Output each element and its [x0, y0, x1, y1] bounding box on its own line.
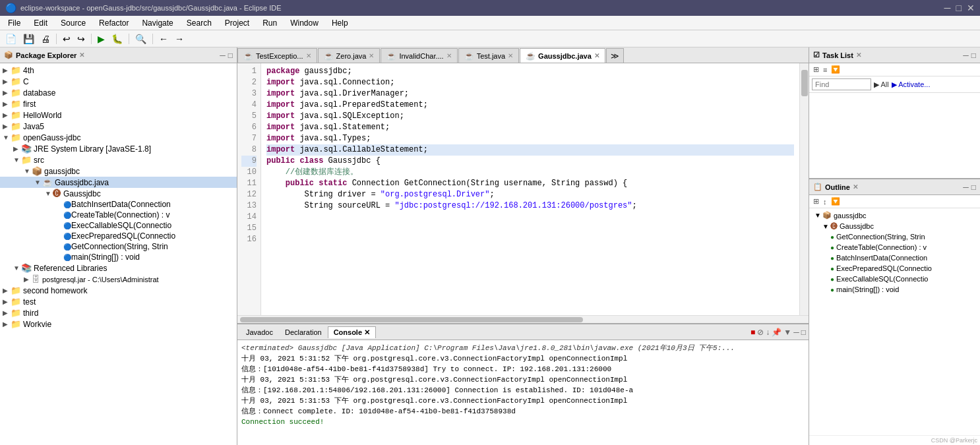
arrow-helloworld[interactable]: ▶: [3, 111, 11, 119]
tree-item-test[interactable]: ▶ 📁 test: [0, 296, 237, 307]
outline-maximize-btn[interactable]: □: [971, 183, 976, 192]
task-find-bar[interactable]: ▶ All ▶ Activate...: [809, 76, 980, 93]
tab-testexceptio[interactable]: ☕ TestExceptio... ✕: [237, 48, 317, 63]
console-stop-btn[interactable]: ■: [750, 328, 755, 337]
arrow-database[interactable]: ▶: [3, 89, 11, 96]
minimize-button[interactable]: ─: [944, 3, 951, 13]
tab-close-zerojava[interactable]: ✕: [369, 52, 374, 59]
tree-item-gaussjdbc-pkg[interactable]: ▼ 📦 gaussjdbc: [0, 165, 237, 177]
menu-project[interactable]: Project: [222, 18, 252, 28]
editor-area[interactable]: 1 2 3 4 5 6 7 8 9 10 11 12 13 14 15 16: [237, 63, 809, 315]
tree-item-src[interactable]: ▼ 📁 src: [0, 154, 237, 165]
tl-filter-btn[interactable]: 🔽: [830, 65, 842, 74]
package-explorer-tree[interactable]: ▶ 📁 4th ▶ 📁 C ▶ 📁 database ▶ 📁 first: [0, 63, 237, 445]
pe-maximize-btn[interactable]: □: [228, 51, 233, 60]
tree-item-c[interactable]: ▶ 📁 C: [0, 76, 237, 87]
tl-minimize-btn[interactable]: ─: [963, 51, 969, 60]
tb-new-btn[interactable]: 📄: [3, 32, 19, 45]
tree-item-postgresql[interactable]: ▶ 🗄 postgresql.jar - C:\Users\Administra…: [0, 274, 237, 285]
tree-item-method-execcallable[interactable]: 🔵 ExecCallableSQL(Connectio: [0, 220, 237, 231]
arrow-test[interactable]: ▶: [3, 298, 11, 305]
tb-run-btn[interactable]: ▶: [95, 32, 107, 45]
close-button[interactable]: ✕: [967, 3, 975, 13]
arrow-opengauss[interactable]: ▼: [3, 134, 11, 141]
tab-gaussjdbc[interactable]: ☕ Gaussjdbc.java ✕: [520, 48, 605, 63]
outline-expand-gaussjdbc[interactable]: ▼: [814, 212, 822, 219]
tab-zerojava[interactable]: ☕ Zero.java ✕: [318, 48, 381, 63]
tb-search-btn[interactable]: 🔍: [133, 32, 149, 45]
tl-collapse-btn[interactable]: ⊞: [812, 65, 820, 74]
tb-undo-btn[interactable]: ↩: [60, 32, 73, 45]
tl-maximize-btn[interactable]: □: [971, 51, 976, 60]
arrow-4th[interactable]: ▶: [3, 67, 11, 74]
outline-sort-btn[interactable]: ↕: [822, 197, 828, 206]
arrow-c[interactable]: ▶: [3, 78, 11, 85]
console-area[interactable]: <terminated> Gaussjdbc [Java Application…: [237, 340, 809, 445]
task-list-controls[interactable]: ─ □: [963, 51, 976, 60]
tb-print-btn[interactable]: 🖨: [38, 32, 53, 45]
menu-navigate[interactable]: Navigate: [139, 18, 175, 28]
bottom-tab-controls[interactable]: ■ ⊘ ↓ 📌 ▼ ─ □: [750, 328, 806, 337]
code-content[interactable]: package gaussjdbc; import java.sql.Conne…: [261, 63, 799, 315]
tab-declaration[interactable]: Declaration: [279, 326, 328, 338]
arrow-gaussjdbc-java[interactable]: ▼: [34, 179, 42, 186]
menu-source[interactable]: Source: [58, 18, 88, 28]
tree-item-workvie[interactable]: ▶ 📁 Workvie: [0, 318, 237, 330]
editor-tabs[interactable]: ☕ TestExceptio... ✕ ☕ Zero.java ✕ ☕ Inva…: [237, 47, 809, 63]
arrow-third[interactable]: ▶: [3, 309, 11, 316]
arrow-workvie[interactable]: ▶: [3, 320, 11, 328]
tree-item-java5[interactable]: ▶ 📁 Java5: [0, 121, 237, 132]
outline-minimize-btn[interactable]: ─: [963, 183, 969, 192]
package-explorer-controls[interactable]: ─ □: [220, 51, 233, 60]
menu-refactor[interactable]: Refactor: [96, 18, 131, 28]
outline-collapse-btn[interactable]: ⊞: [812, 196, 820, 206]
outline-filter-btn[interactable]: 🔽: [830, 196, 842, 206]
outline-item-execcallable[interactable]: ● ExecCallableSQL(Connectio: [809, 274, 980, 284]
tree-item-first[interactable]: ▶ 📁 first: [0, 98, 237, 109]
window-controls[interactable]: ─ □ ✕: [944, 3, 975, 13]
tree-item-database[interactable]: ▶ 📁 database: [0, 87, 237, 98]
outline-tree[interactable]: ▼ 📦 gaussjdbc ▼ 🅒 Gaussjdbc ● GetConnect…: [809, 208, 980, 435]
outline-item-getconn[interactable]: ● GetConnection(String, Strin: [809, 231, 980, 242]
arrow-gaussjdbc-class[interactable]: ▼: [45, 190, 53, 197]
tree-item-4th[interactable]: ▶ 📁 4th: [0, 65, 237, 76]
pe-minimize-btn[interactable]: ─: [220, 51, 226, 60]
tab-overflow-btn[interactable]: ≫: [606, 48, 624, 63]
menu-file[interactable]: File: [5, 18, 23, 28]
console-options-btn[interactable]: ▼: [783, 328, 791, 337]
outline-item-gaussjdbc-class[interactable]: ▼ 🅒 Gaussjdbc: [809, 221, 980, 231]
outline-item-gaussjdbc-pkg[interactable]: ▼ 📦 gaussjdbc: [809, 210, 980, 221]
editor-vertical-scrollbar[interactable]: [799, 63, 809, 315]
menu-search[interactable]: Search: [184, 18, 214, 28]
scrollbar-thumb[interactable]: [801, 70, 808, 96]
outline-item-createtable[interactable]: ● CreateTable(Connection) : v: [809, 242, 980, 252]
console-maximize-btn[interactable]: □: [801, 328, 806, 337]
console-pin-btn[interactable]: 📌: [772, 328, 781, 337]
tree-item-secondhomework[interactable]: ▶ 📁 second homework: [0, 285, 237, 296]
outline-expand-class[interactable]: ▼: [822, 223, 830, 230]
menu-run[interactable]: Run: [260, 18, 280, 28]
arrow-reflibs[interactable]: ▼: [13, 264, 21, 272]
tree-item-method-main[interactable]: 🔵 main(String[]) : void: [0, 252, 237, 262]
horizontal-scrollbar[interactable]: [237, 315, 809, 323]
menu-help[interactable]: Help: [329, 18, 351, 28]
all-label[interactable]: ▶ All: [874, 80, 889, 89]
arrow-java5[interactable]: ▶: [3, 123, 11, 130]
tb-back-btn[interactable]: ←: [156, 32, 171, 45]
arrow-src[interactable]: ▼: [13, 156, 21, 163]
outline-item-main[interactable]: ● main(String[]) : void: [809, 284, 980, 295]
console-minimize-btn[interactable]: ─: [793, 328, 799, 337]
arrow-postgresql[interactable]: ▶: [24, 276, 32, 283]
task-list-toolbar[interactable]: ⊞ ≡ 🔽: [809, 63, 980, 76]
tl-expand-btn[interactable]: ≡: [822, 65, 828, 74]
tree-item-reflibs[interactable]: ▼ 📚 Referenced Libraries: [0, 262, 237, 274]
console-clear-btn[interactable]: ⊘: [757, 328, 764, 337]
tab-console[interactable]: Console ✕: [328, 326, 376, 338]
outline-item-execprepared[interactable]: ● ExecPreparedSQL(Connectio: [809, 263, 980, 274]
tab-close-testexceptio[interactable]: ✕: [306, 52, 311, 59]
tb-redo-btn[interactable]: ↪: [75, 32, 88, 45]
tree-item-method-createtable[interactable]: 🔵 CreateTable(Connection) : v: [0, 210, 237, 220]
tab-testjava[interactable]: ☕ Test.java ✕: [458, 48, 519, 63]
tab-close-gaussjdbc[interactable]: ✕: [594, 52, 599, 59]
outline-toolbar[interactable]: ⊞ ↕ 🔽: [809, 195, 980, 208]
